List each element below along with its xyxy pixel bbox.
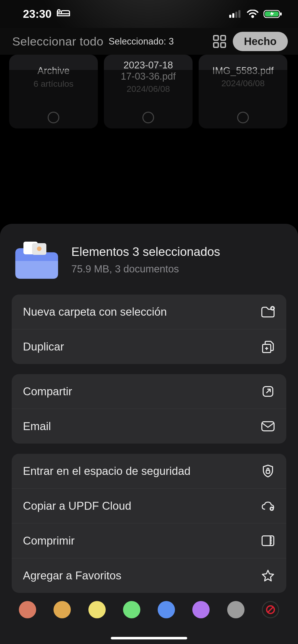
cloud-plus-icon [261, 499, 275, 513]
status-bar: 23:30 [0, 0, 298, 28]
action-duplicate[interactable]: Duplicar [12, 329, 286, 364]
action-compress[interactable]: Comprimir [12, 523, 286, 558]
action-label: Nueva carpeta con selección [23, 305, 167, 318]
svg-rect-9 [221, 36, 225, 40]
action-group-2: Compartir Email [12, 374, 286, 444]
file-title-line1: 2023-07-18 [124, 60, 173, 70]
action-label: Entrar en el espacio de seguridad [23, 465, 191, 477]
archive-icon [261, 534, 275, 548]
home-indicator[interactable] [111, 637, 187, 639]
color-swatch-none[interactable] [262, 601, 279, 618]
duplicate-icon [261, 340, 275, 354]
svg-point-4 [252, 16, 254, 18]
sheet-subtitle: 75.9 MB, 3 documentos [71, 263, 220, 275]
svg-rect-10 [214, 43, 218, 47]
mail-icon [261, 419, 275, 433]
bed-icon [57, 8, 70, 20]
view-grid-icon[interactable] [211, 33, 228, 50]
action-group-1: Nueva carpeta con selección Duplicar [12, 295, 286, 364]
select-all-button[interactable]: Seleccionar todo [12, 34, 103, 48]
svg-rect-17 [262, 422, 274, 431]
svg-line-22 [268, 607, 273, 612]
color-swatch-3[interactable] [88, 601, 106, 618]
done-button[interactable]: Hecho [233, 32, 288, 51]
color-tag-bar [0, 593, 298, 626]
action-favorite[interactable]: Agregar a Favoritos [12, 558, 286, 593]
selected-count-label: Seleccionado: 3 [109, 36, 174, 47]
star-icon [261, 568, 275, 583]
action-label: Email [23, 420, 51, 433]
wifi-icon [247, 10, 259, 18]
action-new-folder[interactable]: Nueva carpeta con selección [12, 295, 286, 329]
color-swatch-1[interactable] [19, 601, 36, 618]
svg-rect-1 [232, 13, 234, 18]
svg-rect-20 [262, 536, 274, 546]
folder-plus-icon [261, 305, 275, 319]
action-security-space[interactable]: Entrar en el espacio de seguridad [12, 454, 286, 489]
svg-rect-18 [266, 470, 270, 473]
color-swatch-2[interactable] [53, 601, 71, 618]
action-label: Comprimir [23, 534, 75, 547]
action-copy-cloud[interactable]: Copiar a UPDF Cloud [12, 489, 286, 523]
cellular-icon [229, 10, 242, 18]
svg-rect-7 [280, 12, 282, 16]
action-label: Copiar a UPDF Cloud [23, 500, 131, 512]
svg-rect-0 [229, 15, 231, 18]
share-icon [261, 384, 275, 399]
color-swatch-6[interactable] [192, 601, 210, 618]
svg-rect-8 [214, 36, 218, 40]
action-email[interactable]: Email [12, 409, 286, 444]
action-share[interactable]: Compartir [12, 374, 286, 409]
battery-charging-icon [263, 9, 283, 19]
action-label: Duplicar [23, 340, 64, 353]
status-time: 23:30 [23, 8, 52, 20]
action-label: Compartir [23, 385, 72, 398]
action-sheet: Elementos 3 seleccionados 75.9 MB, 3 doc… [0, 224, 298, 644]
svg-point-14 [36, 246, 42, 252]
sheet-header: Elementos 3 seleccionados 75.9 MB, 3 doc… [12, 238, 286, 281]
color-swatch-5[interactable] [158, 601, 175, 618]
svg-rect-2 [235, 12, 237, 18]
svg-rect-11 [221, 43, 225, 47]
color-swatch-7[interactable] [227, 601, 245, 618]
action-label: Agregar a Favoritos [23, 569, 121, 582]
shield-lock-icon [261, 464, 275, 478]
selection-header: Seleccionar todo Seleccionado: 3 Hecho [0, 28, 298, 55]
action-group-3: Entrar en el espacio de seguridad Copiar… [12, 454, 286, 593]
sheet-title: Elementos 3 seleccionados [71, 245, 220, 259]
svg-rect-3 [238, 10, 240, 18]
folder-icon [12, 238, 61, 281]
color-swatch-4[interactable] [123, 601, 140, 618]
